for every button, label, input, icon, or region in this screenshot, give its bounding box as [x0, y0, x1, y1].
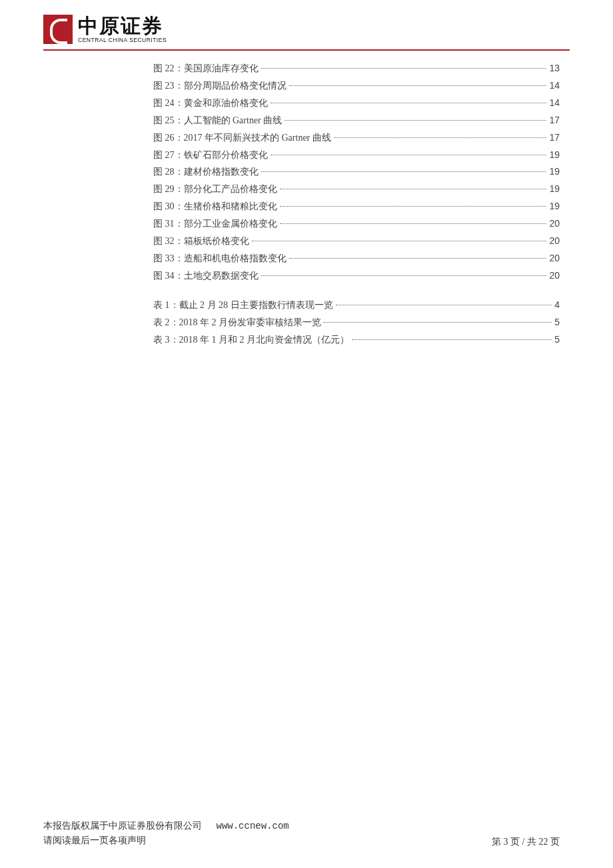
- toc-leader-dots: [334, 137, 547, 138]
- footer: 本报告版权属于中原证券股份有限公司 www.ccnew.com 请阅读最后一页各…: [0, 819, 613, 848]
- figure-toc-label: 图 26：2017 年不同新兴技术的 Gartner 曲线: [153, 130, 331, 147]
- company-name-cn: 中原证券: [78, 16, 167, 36]
- figure-toc-page: 17: [549, 112, 560, 129]
- figure-toc-label: 图 25：人工智能的 Gartner 曲线: [153, 113, 282, 129]
- header-divider: [43, 49, 570, 51]
- toc-leader-dots: [285, 120, 546, 121]
- figure-toc-row: 图 24：黄金和原油价格变化14: [153, 95, 560, 112]
- disclaimer-text: 请阅读最后一页各项声明: [43, 833, 289, 848]
- figure-toc-label: 图 27：铁矿石部分价格变化: [153, 147, 268, 164]
- table-toc-label: 表 3：2018 年 1 月和 2 月北向资金情况（亿元）: [153, 332, 349, 349]
- table-toc-label: 表 2：2018 年 2 月份发审委审核结果一览: [153, 315, 321, 331]
- figure-toc-row: 图 27：铁矿石部分价格变化19: [153, 147, 560, 164]
- toc-leader-dots: [280, 206, 547, 207]
- figure-toc-row: 图 25：人工智能的 Gartner 曲线17: [153, 112, 560, 129]
- table-toc-page: 5: [554, 314, 560, 331]
- toc-leader-dots: [289, 258, 547, 259]
- figure-toc-row: 图 33：造船和机电价格指数变化20: [153, 250, 560, 267]
- figure-toc-page: 20: [549, 215, 560, 232]
- table-toc-page: 4: [554, 297, 560, 313]
- table-toc-page: 5: [554, 331, 560, 348]
- figure-toc-label: 图 24：黄金和原油价格变化: [153, 95, 268, 112]
- header: 中原证券 CENTRAL CHINA SECURITIES: [0, 0, 613, 44]
- figure-toc-row: 图 34：土地交易数据变化20: [153, 267, 560, 285]
- toc-leader-dots: [271, 103, 547, 103]
- figure-toc-row: 图 22：美国原油库存变化13: [153, 60, 560, 77]
- figure-toc-label: 图 34：土地交易数据变化: [153, 268, 259, 285]
- toc-leader-dots: [352, 339, 552, 340]
- figure-toc-row: 图 30：生猪价格和猪粮比变化19: [153, 198, 560, 215]
- toc-leader-dots: [336, 305, 552, 305]
- figure-toc-label: 图 29：部分化工产品价格变化: [153, 181, 277, 198]
- company-name-en: CENTRAL CHINA SECURITIES: [78, 37, 167, 43]
- table-toc-label: 表 1：截止 2 月 28 日主要指数行情表现一览: [153, 297, 333, 314]
- figure-toc-page: 19: [549, 181, 560, 197]
- figure-toc-label: 图 23：部分周期品价格变化情况: [153, 78, 287, 95]
- figure-toc-label: 图 32：箱板纸价格变化: [153, 233, 249, 250]
- figure-toc-page: 19: [549, 198, 560, 215]
- figure-toc-page: 17: [549, 129, 560, 146]
- table-toc-row: 表 2：2018 年 2 月份发审委审核结果一览5: [153, 314, 560, 331]
- footer-left: 本报告版权属于中原证券股份有限公司 www.ccnew.com 请阅读最后一页各…: [43, 819, 289, 848]
- figure-toc-page: 13: [549, 60, 560, 77]
- figure-toc-page: 19: [549, 147, 560, 163]
- figure-toc-page: 20: [549, 233, 560, 249]
- figure-toc-row: 图 29：部分化工产品价格变化19: [153, 181, 560, 198]
- figure-toc-label: 图 22：美国原油库存变化: [153, 61, 259, 77]
- page-number: 第 3 页 / 共 22 页: [492, 836, 560, 848]
- figure-toc-page: 14: [549, 77, 560, 94]
- toc-leader-dots: [289, 85, 547, 86]
- figure-toc-page: 20: [549, 250, 560, 267]
- figure-toc-row: 图 28：建材价格指数变化19: [153, 163, 560, 181]
- figure-toc-row: 图 23：部分周期品价格变化情况14: [153, 77, 560, 95]
- toc-leader-dots: [324, 322, 552, 323]
- toc-leader-dots: [280, 189, 547, 189]
- figure-toc-label: 图 28：建材价格指数变化: [153, 164, 259, 181]
- figure-toc-row: 图 31：部分工业金属价格变化20: [153, 215, 560, 233]
- table-toc-row: 表 1：截止 2 月 28 日主要指数行情表现一览4: [153, 297, 560, 314]
- figure-toc-page: 19: [549, 163, 560, 180]
- table-of-contents: 图 22：美国原油库存变化13图 23：部分周期品价格变化情况14图 24：黄金…: [153, 60, 560, 349]
- figure-toc-label: 图 33：造船和机电价格指数变化: [153, 251, 287, 267]
- table-toc-row: 表 3：2018 年 1 月和 2 月北向资金情况（亿元）5: [153, 331, 560, 349]
- figure-toc-page: 14: [549, 95, 560, 111]
- copyright-text: 本报告版权属于中原证券股份有限公司: [43, 821, 202, 831]
- toc-leader-dots: [261, 68, 547, 69]
- toc-leader-dots: [261, 275, 547, 276]
- company-logo-text: 中原证券 CENTRAL CHINA SECURITIES: [78, 16, 167, 43]
- company-url: www.ccnew.com: [217, 821, 289, 831]
- figure-toc-row: 图 32：箱板纸价格变化20: [153, 233, 560, 250]
- toc-leader-dots: [252, 241, 547, 241]
- toc-leader-dots: [271, 155, 547, 155]
- figure-toc-label: 图 31：部分工业金属价格变化: [153, 216, 277, 233]
- figure-toc-label: 图 30：生猪价格和猪粮比变化: [153, 199, 277, 215]
- company-logo-icon: [43, 15, 73, 44]
- toc-leader-dots: [261, 171, 547, 172]
- figure-toc-page: 20: [549, 267, 560, 284]
- figure-toc-row: 图 26：2017 年不同新兴技术的 Gartner 曲线17: [153, 129, 560, 147]
- toc-leader-dots: [280, 223, 547, 224]
